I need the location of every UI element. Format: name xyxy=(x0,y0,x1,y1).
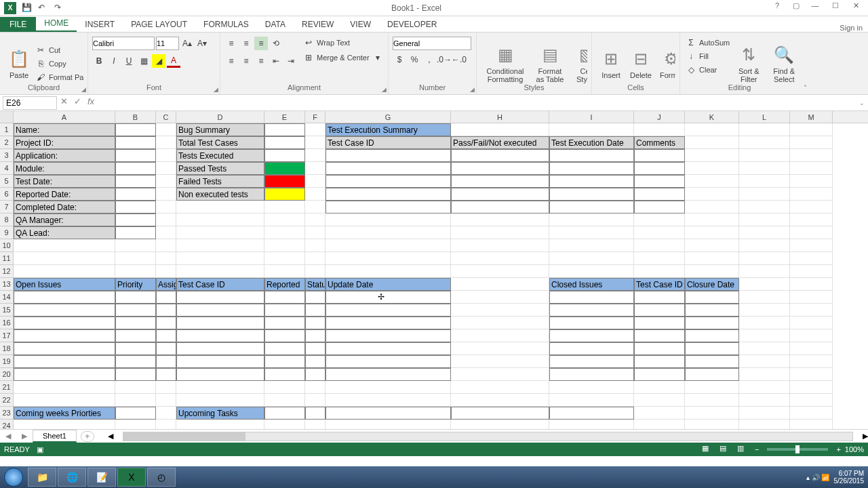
autosum-button[interactable]: ΣAutoSum xyxy=(684,37,731,49)
cell[interactable] xyxy=(790,355,833,368)
cell[interactable] xyxy=(156,368,176,381)
scroll-track[interactable] xyxy=(123,432,853,441)
cell[interactable] xyxy=(685,162,739,175)
cell[interactable] xyxy=(14,355,115,368)
zoom-thumb[interactable] xyxy=(795,445,800,453)
cell[interactable] xyxy=(549,304,634,317)
cell[interactable] xyxy=(115,123,156,136)
number-format-select[interactable] xyxy=(393,37,471,50)
cell[interactable] xyxy=(156,329,176,342)
cell[interactable] xyxy=(451,265,549,278)
cut-button[interactable]: ✂Cut xyxy=(34,44,83,56)
cell[interactable] xyxy=(14,265,115,278)
cell[interactable] xyxy=(549,252,634,265)
cell[interactable] xyxy=(115,381,156,394)
cell[interactable] xyxy=(305,136,326,149)
cell[interactable] xyxy=(115,149,156,162)
cell[interactable] xyxy=(115,214,156,226)
cell[interactable] xyxy=(685,291,739,304)
col-header[interactable]: J xyxy=(634,111,685,123)
cell[interactable] xyxy=(739,136,790,149)
cell[interactable] xyxy=(264,394,305,407)
cell[interactable]: Passed Tests xyxy=(176,162,264,175)
row-header[interactable]: 8 xyxy=(0,214,14,226)
cell[interactable] xyxy=(634,342,685,355)
cell[interactable]: QA Lead: xyxy=(14,226,115,239)
cell[interactable] xyxy=(326,342,451,355)
cell[interactable] xyxy=(549,394,634,407)
cell[interactable] xyxy=(156,252,176,265)
cell[interactable] xyxy=(326,188,451,201)
cell[interactable] xyxy=(305,226,326,239)
cell[interactable] xyxy=(549,355,634,368)
cell[interactable] xyxy=(634,162,685,175)
row-header[interactable]: 12 xyxy=(0,265,14,278)
cell[interactable] xyxy=(685,136,739,149)
cell[interactable] xyxy=(634,214,685,226)
cell[interactable] xyxy=(326,226,451,239)
scroll-left-icon[interactable]: ◀ xyxy=(108,432,113,441)
cell[interactable] xyxy=(685,394,739,407)
cell[interactable] xyxy=(305,368,326,381)
cell[interactable] xyxy=(634,239,685,252)
borders-button[interactable]: ▦ xyxy=(137,54,151,68)
align-bottom-icon[interactable]: ≡ xyxy=(254,37,268,50)
cell[interactable]: Reported Date: xyxy=(14,188,115,201)
orientation-icon[interactable]: ⟲ xyxy=(269,37,283,50)
cell[interactable] xyxy=(176,265,264,278)
cell[interactable] xyxy=(156,317,176,329)
cell[interactable]: QA Manager: xyxy=(14,214,115,226)
scroll-thumb[interactable] xyxy=(123,432,245,441)
cell[interactable] xyxy=(326,394,451,407)
cell[interactable] xyxy=(305,394,326,407)
bold-button[interactable]: B xyxy=(92,54,106,68)
cell[interactable] xyxy=(115,317,156,329)
cell[interactable] xyxy=(156,239,176,252)
tab-page-layout[interactable]: PAGE LAYOUT xyxy=(123,17,195,32)
align-left-icon[interactable]: ≡ xyxy=(224,54,238,68)
cell[interactable] xyxy=(264,304,305,317)
system-tray[interactable]: ▴ 🔊 📶 6:07 PM 5/26/2015 xyxy=(806,470,868,485)
spreadsheet-grid[interactable]: A B C D E F G H I J K L M 1Name:Bug Summ… xyxy=(0,111,868,429)
tab-formulas[interactable]: FORMULAS xyxy=(195,17,257,32)
cell[interactable] xyxy=(156,214,176,226)
cell[interactable] xyxy=(634,123,685,136)
cell[interactable] xyxy=(739,214,790,226)
cell[interactable]: Completed Date: xyxy=(14,201,115,214)
tab-data[interactable]: DATA xyxy=(257,17,294,32)
cell[interactable] xyxy=(790,381,833,394)
align-middle-icon[interactable]: ≡ xyxy=(239,37,253,50)
cell[interactable] xyxy=(115,394,156,407)
cell[interactable] xyxy=(790,265,833,278)
cell[interactable] xyxy=(739,291,790,304)
cell[interactable] xyxy=(176,239,264,252)
cell[interactable]: Test Case ID xyxy=(634,278,685,291)
cell[interactable] xyxy=(326,381,451,394)
cell[interactable] xyxy=(790,420,833,429)
cell[interactable] xyxy=(790,252,833,265)
cell[interactable] xyxy=(790,136,833,149)
undo-icon[interactable]: ↶ xyxy=(38,3,49,14)
cell[interactable]: Coming weeks Priorties xyxy=(14,407,115,420)
cell[interactable] xyxy=(685,381,739,394)
font-launcher-icon[interactable]: ◢ xyxy=(214,86,218,93)
cell[interactable] xyxy=(264,291,305,304)
cell[interactable] xyxy=(264,175,305,188)
cell[interactable] xyxy=(451,407,549,420)
cell[interactable] xyxy=(326,368,451,381)
row-header[interactable]: 2 xyxy=(0,136,14,149)
cell[interactable] xyxy=(305,252,326,265)
cell[interactable] xyxy=(176,381,264,394)
cell[interactable] xyxy=(549,149,634,162)
cell[interactable] xyxy=(176,368,264,381)
tab-insert[interactable]: INSERT xyxy=(77,17,123,32)
cell[interactable] xyxy=(156,291,176,304)
cell[interactable] xyxy=(790,214,833,226)
cell[interactable] xyxy=(634,329,685,342)
cell[interactable]: Assigned xyxy=(156,278,176,291)
row-header[interactable]: 24 xyxy=(0,420,14,429)
cell[interactable] xyxy=(790,226,833,239)
fx-icon[interactable]: fx xyxy=(84,96,98,110)
row-header[interactable]: 4 xyxy=(0,162,14,175)
cell[interactable] xyxy=(685,226,739,239)
